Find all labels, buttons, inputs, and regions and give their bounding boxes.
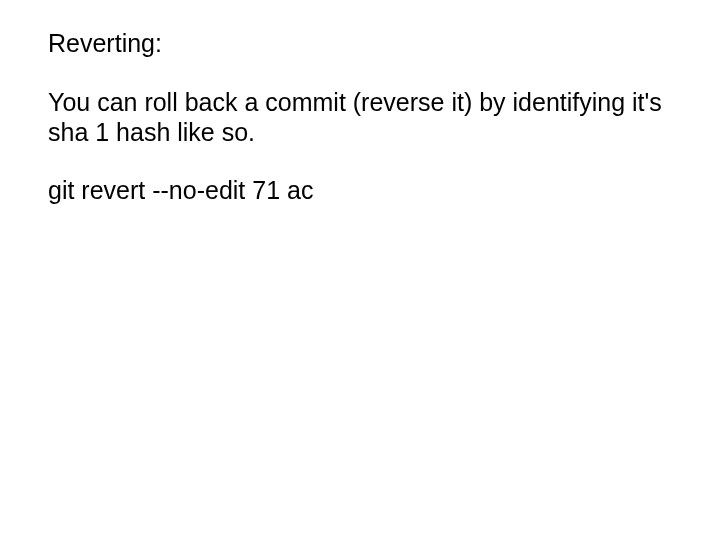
slide-heading: Reverting: bbox=[48, 28, 672, 59]
slide-container: Reverting: You can roll back a commit (r… bbox=[0, 0, 720, 540]
slide-command-text: git revert --no-edit 71 ac bbox=[48, 175, 672, 206]
slide-body-text: You can roll back a commit (reverse it) … bbox=[48, 87, 668, 147]
